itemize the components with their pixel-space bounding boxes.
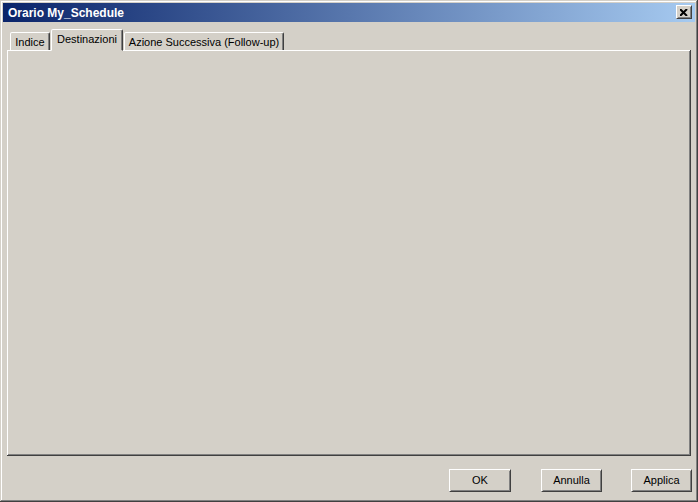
applica-button[interactable]: Applica xyxy=(631,469,692,492)
tab-destinazioni[interactable]: Destinazioni xyxy=(51,29,123,51)
tab-azione-successiva[interactable]: Azione Successiva (Follow-up) xyxy=(124,32,284,51)
close-button[interactable] xyxy=(676,5,692,19)
dialog-window: Orario My_Schedule Indice Destinazioni A… xyxy=(0,0,698,502)
ok-button[interactable]: OK xyxy=(449,469,511,492)
close-icon xyxy=(680,9,688,16)
tab-page-destinazioni xyxy=(7,50,691,456)
title-bar[interactable]: Orario My_Schedule xyxy=(3,3,695,22)
tab-indice[interactable]: Indice xyxy=(10,32,50,51)
annulla-button[interactable]: Annulla xyxy=(541,469,602,492)
window-title: Orario My_Schedule xyxy=(8,6,124,20)
